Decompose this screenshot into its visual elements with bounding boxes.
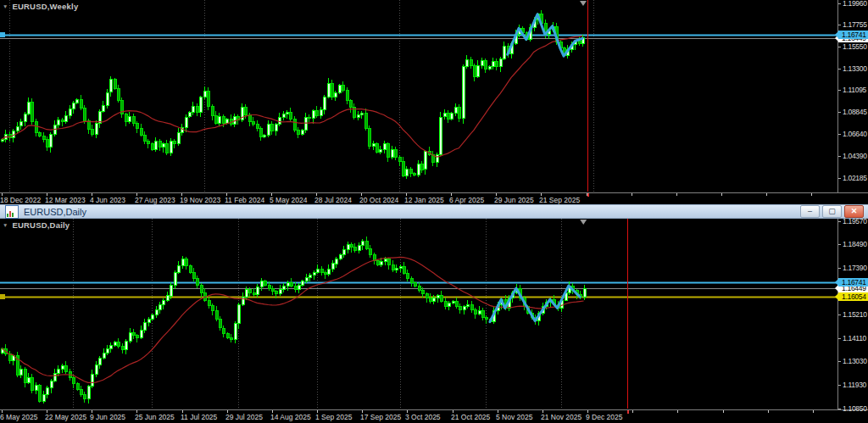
time-tick-label: 4 Jun 2023 [90, 196, 125, 204]
time-tick-label: 3 Oct 2025 [405, 413, 441, 421]
time-tick [768, 410, 769, 413]
ma-line[interactable] [2, 257, 584, 382]
dy-time-scale[interactable]: 6 May 202522 May 20259 Jun 202525 Jun 20… [0, 410, 868, 423]
vline-time-tick [587, 193, 589, 197]
time-tick-label: 12 Mar 2023 [45, 196, 86, 204]
dy-price-scale[interactable]: 1.195701.184901.173901.163101.152101.141… [837, 219, 868, 409]
ma-line[interactable] [2, 36, 582, 157]
time-tick-label: 19 Nov 2023 [180, 196, 220, 204]
candles [1, 237, 586, 404]
time-tick-label: 9 Jun 2025 [90, 413, 125, 421]
yellow-line-price-label: 1.16054 [838, 292, 868, 301]
time-tick-label: 11 Feb 2024 [225, 196, 264, 204]
time-tick [811, 193, 812, 196]
close-button[interactable]: ✕ [844, 205, 864, 218]
time-tick-label: 9 Dec 2025 [586, 413, 622, 421]
time-tick-label: 29 Jul 2025 [225, 413, 263, 421]
weekly-symbol-label: ▼ EURUSD,Weekly [3, 2, 78, 11]
time-tick-label: 28 Jul 2024 [314, 196, 352, 204]
time-tick-label: 11 Jul 2025 [181, 413, 217, 421]
window-controls: –▢✕ [798, 205, 864, 218]
wk-plot-area[interactable] [0, 0, 868, 193]
time-tick-label: 18 Dec 2022 [0, 196, 41, 204]
time-tick-label: 21 Nov 2025 [541, 413, 581, 421]
minimize-button[interactable]: – [800, 205, 820, 218]
time-tick [676, 193, 677, 196]
daily-symbol-text: EURUSD,Daily [12, 220, 70, 230]
time-tick-label: 14 Aug 2025 [270, 413, 311, 421]
cyan-line-price-label: 1.16741 [838, 278, 868, 287]
time-tick-label: 27 Aug 2023 [135, 196, 175, 204]
wk-price-scale[interactable]: 1.199601.177551.155501.133001.110951.088… [837, 0, 868, 192]
daily-window-titlebar: EURUSD,Daily –▢✕ [0, 204, 868, 219]
time-tick-label: 22 May 2025 [45, 413, 86, 421]
chart-collapse-arrow-icon: ▼ [3, 222, 8, 228]
time-tick-label: 5 Nov 2025 [496, 413, 532, 421]
time-tick-label: 12 Jan 2025 [404, 196, 444, 204]
chart-collapse-arrow-icon: ▼ [3, 3, 8, 9]
time-tick-label: 21 Oct 2025 [451, 413, 490, 421]
chart-window-icon [5, 205, 19, 219]
chart-shift-marker[interactable] [580, 1, 587, 6]
time-tick-label: 6 May 2025 [0, 413, 37, 421]
time-tick-label: 17 Sep 2025 [360, 413, 401, 421]
daily-chart-panel: ▼ EURUSD,Daily 1.195701.184901.173901.16… [0, 219, 868, 423]
time-tick-label: 29 Jun 2025 [494, 196, 534, 204]
restore-button[interactable]: ▢ [822, 205, 842, 218]
chart-shift-marker[interactable] [580, 220, 587, 225]
time-tick [677, 410, 678, 413]
time-tick-label: 6 Apr 2025 [449, 196, 484, 204]
time-tick [813, 410, 814, 413]
time-tick-label: 21 Sep 2025 [539, 196, 580, 204]
dy-plot-area[interactable] [0, 219, 868, 410]
daily-window-title: EURUSD,Daily [24, 207, 86, 217]
time-tick-label: 20 Oct 2024 [359, 196, 398, 204]
time-tick-label: 25 Jun 2025 [135, 413, 175, 421]
hline-handle[interactable] [0, 294, 5, 299]
vline-time-tick [627, 410, 629, 414]
time-tick-label: 1 Sep 2025 [315, 413, 352, 421]
time-tick-label: 5 May 2024 [270, 196, 307, 204]
time-tick [632, 193, 632, 196]
cyan-line-price-label: 1.16741 [838, 31, 868, 39]
time-tick [723, 410, 724, 413]
weekly-chart-panel: ▼ EURUSD,Weekly 1.199601.177551.155501.1… [0, 0, 868, 204]
hline-handle[interactable] [0, 32, 5, 37]
time-tick [721, 193, 722, 196]
time-tick [766, 193, 767, 196]
weekly-symbol-text: EURUSD,Weekly [12, 2, 78, 11]
terminal-window: ▼ EURUSD,Weekly 1.199601.177551.155501.1… [0, 0, 868, 423]
time-tick [632, 410, 633, 413]
daily-symbol-label: ▼ EURUSD,Daily [3, 220, 70, 230]
wk-time-scale[interactable]: 18 Dec 202212 Mar 20234 Jun 202327 Aug 2… [0, 193, 868, 204]
